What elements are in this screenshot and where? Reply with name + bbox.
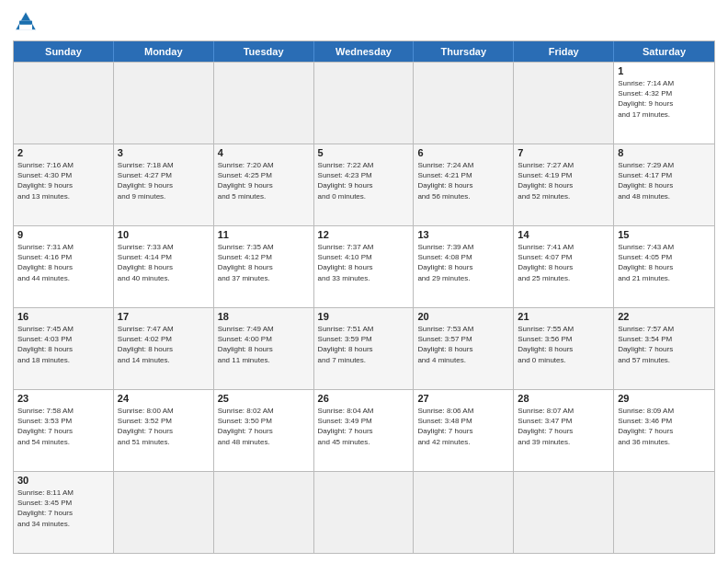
day-info: Sunrise: 8:02 AM Sunset: 3:50 PM Dayligh… bbox=[218, 406, 310, 447]
day-number: 9 bbox=[17, 229, 109, 240]
calendar-header: SundayMondayTuesdayWednesdayThursdayFrid… bbox=[14, 41, 714, 62]
day-number: 19 bbox=[318, 311, 410, 322]
logo-icon bbox=[13, 9, 39, 35]
calendar-cell: 23Sunrise: 7:58 AM Sunset: 3:53 PM Dayli… bbox=[14, 390, 114, 471]
day-info: Sunrise: 7:14 AM Sunset: 4:32 PM Dayligh… bbox=[618, 78, 711, 120]
calendar-cell: 8Sunrise: 7:29 AM Sunset: 4:17 PM Daylig… bbox=[614, 144, 714, 225]
day-number: 15 bbox=[618, 229, 711, 240]
calendar-row-3: 16Sunrise: 7:45 AM Sunset: 4:03 PM Dayli… bbox=[14, 307, 714, 389]
day-number: 29 bbox=[618, 393, 711, 404]
calendar-cell bbox=[514, 472, 614, 553]
calendar-cell bbox=[114, 472, 214, 553]
calendar-cell: 2Sunrise: 7:16 AM Sunset: 4:30 PM Daylig… bbox=[14, 144, 114, 225]
day-number: 1 bbox=[618, 65, 711, 76]
calendar-cell: 22Sunrise: 7:57 AM Sunset: 3:54 PM Dayli… bbox=[614, 308, 714, 389]
calendar-cell: 25Sunrise: 8:02 AM Sunset: 3:50 PM Dayli… bbox=[214, 390, 314, 471]
calendar-cell: 17Sunrise: 7:47 AM Sunset: 4:02 PM Dayli… bbox=[114, 308, 214, 389]
day-number: 11 bbox=[218, 229, 310, 240]
day-number: 21 bbox=[518, 311, 609, 322]
calendar-cell bbox=[114, 63, 214, 144]
day-info: Sunrise: 8:00 AM Sunset: 3:52 PM Dayligh… bbox=[118, 406, 210, 447]
svg-rect-3 bbox=[19, 21, 32, 25]
day-info: Sunrise: 7:57 AM Sunset: 3:54 PM Dayligh… bbox=[618, 324, 711, 365]
day-number: 18 bbox=[218, 311, 310, 322]
day-info: Sunrise: 7:24 AM Sunset: 4:21 PM Dayligh… bbox=[417, 160, 509, 201]
calendar-cell: 12Sunrise: 7:37 AM Sunset: 4:10 PM Dayli… bbox=[314, 226, 415, 307]
header-day-monday: Monday bbox=[114, 41, 214, 62]
day-info: Sunrise: 7:47 AM Sunset: 4:02 PM Dayligh… bbox=[118, 324, 210, 365]
day-number: 14 bbox=[518, 229, 609, 240]
day-info: Sunrise: 8:07 AM Sunset: 3:47 PM Dayligh… bbox=[518, 406, 609, 447]
day-number: 30 bbox=[17, 475, 109, 486]
header-day-sunday: Sunday bbox=[14, 41, 114, 62]
day-info: Sunrise: 7:16 AM Sunset: 4:30 PM Dayligh… bbox=[17, 160, 109, 201]
header-day-friday: Friday bbox=[514, 41, 614, 62]
day-number: 4 bbox=[218, 147, 310, 158]
calendar-cell bbox=[314, 63, 415, 144]
day-number: 22 bbox=[618, 311, 711, 322]
day-info: Sunrise: 8:09 AM Sunset: 3:46 PM Dayligh… bbox=[618, 406, 711, 447]
day-info: Sunrise: 7:27 AM Sunset: 4:19 PM Dayligh… bbox=[518, 160, 609, 201]
day-number: 8 bbox=[618, 147, 711, 158]
calendar-cell: 18Sunrise: 7:49 AM Sunset: 4:00 PM Dayli… bbox=[214, 308, 314, 389]
calendar-cell: 6Sunrise: 7:24 AM Sunset: 4:21 PM Daylig… bbox=[414, 144, 514, 225]
day-info: Sunrise: 7:43 AM Sunset: 4:05 PM Dayligh… bbox=[618, 242, 711, 283]
calendar-cell bbox=[214, 63, 314, 144]
day-number: 16 bbox=[17, 311, 109, 322]
day-info: Sunrise: 7:33 AM Sunset: 4:14 PM Dayligh… bbox=[118, 242, 210, 283]
calendar-row-2: 9Sunrise: 7:31 AM Sunset: 4:16 PM Daylig… bbox=[14, 225, 714, 307]
day-info: Sunrise: 7:41 AM Sunset: 4:07 PM Dayligh… bbox=[518, 242, 609, 283]
calendar-cell: 16Sunrise: 7:45 AM Sunset: 4:03 PM Dayli… bbox=[14, 308, 114, 389]
calendar-row-0: 1Sunrise: 7:14 AM Sunset: 4:32 PM Daylig… bbox=[14, 62, 714, 144]
calendar-cell: 26Sunrise: 8:04 AM Sunset: 3:49 PM Dayli… bbox=[314, 390, 415, 471]
day-number: 28 bbox=[518, 393, 609, 404]
calendar-body: 1Sunrise: 7:14 AM Sunset: 4:32 PM Daylig… bbox=[14, 62, 714, 553]
day-info: Sunrise: 7:39 AM Sunset: 4:08 PM Dayligh… bbox=[417, 242, 509, 283]
header-day-tuesday: Tuesday bbox=[214, 41, 314, 62]
calendar: SundayMondayTuesdayWednesdayThursdayFrid… bbox=[13, 40, 715, 554]
calendar-cell bbox=[414, 63, 514, 144]
calendar-cell: 20Sunrise: 7:53 AM Sunset: 3:57 PM Dayli… bbox=[414, 308, 514, 389]
calendar-cell: 9Sunrise: 7:31 AM Sunset: 4:16 PM Daylig… bbox=[14, 226, 114, 307]
calendar-cell: 14Sunrise: 7:41 AM Sunset: 4:07 PM Dayli… bbox=[514, 226, 614, 307]
day-number: 12 bbox=[318, 229, 410, 240]
calendar-cell: 29Sunrise: 8:09 AM Sunset: 3:46 PM Dayli… bbox=[614, 390, 714, 471]
calendar-cell: 24Sunrise: 8:00 AM Sunset: 3:52 PM Dayli… bbox=[114, 390, 214, 471]
day-number: 5 bbox=[318, 147, 410, 158]
day-info: Sunrise: 7:29 AM Sunset: 4:17 PM Dayligh… bbox=[618, 160, 711, 201]
calendar-cell: 1Sunrise: 7:14 AM Sunset: 4:32 PM Daylig… bbox=[614, 63, 714, 144]
day-info: Sunrise: 8:04 AM Sunset: 3:49 PM Dayligh… bbox=[318, 406, 410, 447]
day-number: 20 bbox=[417, 311, 509, 322]
calendar-cell: 4Sunrise: 7:20 AM Sunset: 4:25 PM Daylig… bbox=[214, 144, 314, 225]
day-info: Sunrise: 7:37 AM Sunset: 4:10 PM Dayligh… bbox=[318, 242, 410, 283]
day-number: 13 bbox=[417, 229, 509, 240]
header-day-wednesday: Wednesday bbox=[314, 41, 415, 62]
day-info: Sunrise: 7:22 AM Sunset: 4:23 PM Dayligh… bbox=[318, 160, 410, 201]
header bbox=[13, 9, 715, 35]
day-info: Sunrise: 8:11 AM Sunset: 3:45 PM Dayligh… bbox=[17, 488, 109, 529]
day-info: Sunrise: 7:49 AM Sunset: 4:00 PM Dayligh… bbox=[218, 324, 310, 365]
day-info: Sunrise: 7:20 AM Sunset: 4:25 PM Dayligh… bbox=[218, 160, 310, 201]
day-info: Sunrise: 7:51 AM Sunset: 3:59 PM Dayligh… bbox=[318, 324, 410, 365]
calendar-cell: 21Sunrise: 7:55 AM Sunset: 3:56 PM Dayli… bbox=[514, 308, 614, 389]
day-info: Sunrise: 7:58 AM Sunset: 3:53 PM Dayligh… bbox=[17, 406, 109, 447]
calendar-cell bbox=[614, 472, 714, 553]
calendar-cell: 28Sunrise: 8:07 AM Sunset: 3:47 PM Dayli… bbox=[514, 390, 614, 471]
page: SundayMondayTuesdayWednesdayThursdayFrid… bbox=[0, 0, 728, 563]
day-info: Sunrise: 7:55 AM Sunset: 3:56 PM Dayligh… bbox=[518, 324, 609, 365]
calendar-cell: 3Sunrise: 7:18 AM Sunset: 4:27 PM Daylig… bbox=[114, 144, 214, 225]
calendar-cell: 30Sunrise: 8:11 AM Sunset: 3:45 PM Dayli… bbox=[14, 472, 114, 553]
day-number: 23 bbox=[17, 393, 109, 404]
calendar-row-5: 30Sunrise: 8:11 AM Sunset: 3:45 PM Dayli… bbox=[14, 471, 714, 553]
calendar-cell bbox=[14, 63, 114, 144]
calendar-row-1: 2Sunrise: 7:16 AM Sunset: 4:30 PM Daylig… bbox=[14, 144, 714, 225]
calendar-cell: 5Sunrise: 7:22 AM Sunset: 4:23 PM Daylig… bbox=[314, 144, 415, 225]
calendar-cell: 7Sunrise: 7:27 AM Sunset: 4:19 PM Daylig… bbox=[514, 144, 614, 225]
day-number: 27 bbox=[417, 393, 509, 404]
day-info: Sunrise: 7:45 AM Sunset: 4:03 PM Dayligh… bbox=[17, 324, 109, 365]
calendar-cell bbox=[514, 63, 614, 144]
calendar-cell: 15Sunrise: 7:43 AM Sunset: 4:05 PM Dayli… bbox=[614, 226, 714, 307]
header-day-thursday: Thursday bbox=[414, 41, 514, 62]
day-number: 24 bbox=[118, 393, 210, 404]
header-day-saturday: Saturday bbox=[614, 41, 714, 62]
